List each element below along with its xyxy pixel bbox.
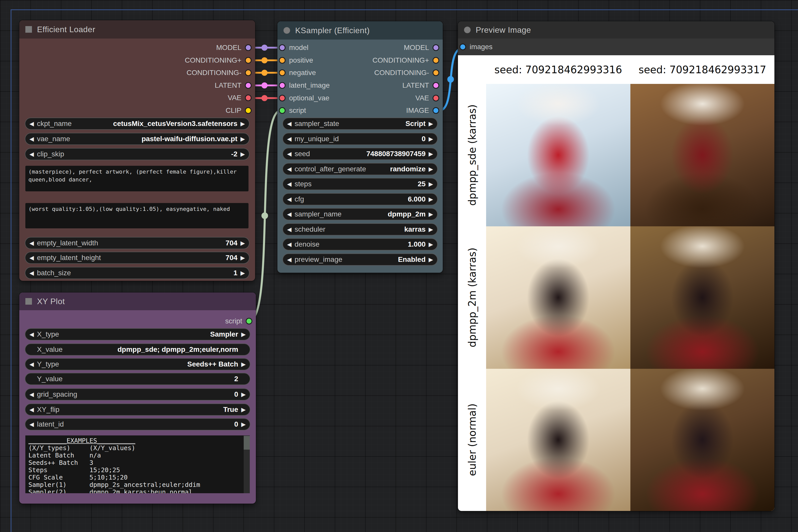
widget-steps[interactable]: ◀ steps 25 ▶ bbox=[282, 178, 438, 190]
increment-arrow-icon[interactable]: ▶ bbox=[429, 181, 433, 187]
examples-help-textbox[interactable]: __________EXAMPLES__________ (X/Y_types)… bbox=[25, 435, 250, 493]
scrollbar-thumb[interactable] bbox=[244, 436, 250, 450]
widget-my-unique-id[interactable]: ◀ my_unique_id 0 ▶ bbox=[282, 133, 438, 145]
decrement-arrow-icon[interactable]: ◀ bbox=[287, 227, 292, 232]
comfyui-canvas[interactable]: { "canvas": { "background": "#212224", "… bbox=[0, 0, 798, 532]
node-efficient-loader[interactable]: Efficient Loader MODEL CONDITIONING+ CON… bbox=[19, 20, 255, 281]
decrement-arrow-icon[interactable]: ◀ bbox=[30, 270, 34, 276]
increment-arrow-icon[interactable]: ▶ bbox=[429, 211, 433, 217]
node-header[interactable]: XY Plot bbox=[19, 292, 256, 310]
decrement-arrow-icon[interactable]: ◀ bbox=[287, 136, 292, 142]
port-in-model[interactable]: model bbox=[279, 41, 308, 54]
negative-prompt-textarea[interactable]: (worst quality:1.05),(low quality:1.05),… bbox=[25, 203, 248, 228]
increment-arrow-icon[interactable]: ▶ bbox=[429, 257, 433, 263]
port-dot-script[interactable] bbox=[246, 318, 252, 324]
port-dot-clip[interactable] bbox=[245, 107, 252, 114]
decrement-arrow-icon[interactable]: ◀ bbox=[287, 181, 292, 187]
widget-xy-flip[interactable]: ◀ XY_flip True ▶ bbox=[25, 403, 250, 416]
decrement-arrow-icon[interactable]: ◀ bbox=[287, 151, 292, 157]
node-xy-plot[interactable]: XY Plot script ◀ X_type Sampler ▶ ◀ X_va… bbox=[19, 292, 256, 504]
port-out-vae[interactable]: VAE bbox=[228, 92, 252, 104]
collapse-icon[interactable] bbox=[464, 26, 471, 33]
decrement-arrow-icon[interactable]: ◀ bbox=[287, 121, 292, 127]
increment-arrow-icon[interactable]: ▶ bbox=[429, 136, 433, 142]
port-dot-model[interactable] bbox=[279, 44, 285, 51]
decrement-arrow-icon[interactable]: ◀ bbox=[287, 166, 292, 172]
port-dot-latent-image[interactable] bbox=[279, 82, 285, 89]
port-dot-vae[interactable] bbox=[245, 95, 252, 101]
port-dot-conditioning-minus[interactable] bbox=[432, 70, 439, 76]
widget-seed[interactable]: ◀ seed 748808738907459 ▶ bbox=[282, 148, 438, 160]
decrement-arrow-icon[interactable]: ◀ bbox=[30, 240, 34, 246]
widget-clip-skip[interactable]: ◀ clip_skip -2 ▶ bbox=[25, 148, 249, 160]
decrement-arrow-icon[interactable]: ◀ bbox=[287, 257, 292, 263]
widget-control-after-generate[interactable]: ◀ control_after_generate randomize ▶ bbox=[282, 163, 438, 175]
port-dot-latent[interactable] bbox=[245, 82, 252, 89]
widget-empty-latent-height[interactable]: ◀ empty_latent_height 704 ▶ bbox=[25, 252, 249, 264]
port-out-model[interactable]: MODEL bbox=[404, 41, 439, 54]
increment-arrow-icon[interactable]: ▶ bbox=[240, 136, 245, 142]
node-ksampler-efficient[interactable]: KSampler (Efficient) model positive nega… bbox=[277, 21, 443, 273]
collapse-icon[interactable] bbox=[25, 298, 32, 305]
port-out-conditioning-plus[interactable]: CONDITIONING+ bbox=[185, 54, 252, 66]
port-dot-negative[interactable] bbox=[279, 70, 285, 76]
node-header[interactable]: Preview Image bbox=[458, 21, 775, 39]
increment-arrow-icon[interactable]: ▶ bbox=[240, 270, 245, 276]
decrement-arrow-icon[interactable]: ◀ bbox=[287, 196, 292, 202]
increment-arrow-icon[interactable]: ▶ bbox=[429, 166, 433, 172]
port-out-image[interactable]: IMAGE bbox=[406, 104, 439, 117]
increment-arrow-icon[interactable]: ▶ bbox=[429, 121, 433, 127]
increment-arrow-icon[interactable]: ▶ bbox=[241, 407, 246, 413]
widget-sampler-state[interactable]: ◀ sampler_state Script ▶ bbox=[282, 118, 438, 130]
decrement-arrow-icon[interactable]: ◀ bbox=[30, 151, 34, 157]
port-dot-positive[interactable] bbox=[279, 57, 285, 64]
decrement-arrow-icon[interactable]: ◀ bbox=[287, 211, 292, 217]
widget-cfg[interactable]: ◀ cfg 6.000 ▶ bbox=[282, 193, 438, 205]
port-out-latent[interactable]: LATENT bbox=[215, 79, 252, 92]
port-out-model[interactable]: MODEL bbox=[216, 41, 252, 54]
port-in-latent-image[interactable]: latent_image bbox=[279, 79, 330, 92]
port-in-optional-vae[interactable]: optional_vae bbox=[279, 92, 329, 104]
widget-y-type[interactable]: ◀ Y_type Seeds++ Batch ▶ bbox=[25, 358, 250, 370]
increment-arrow-icon[interactable]: ▶ bbox=[240, 255, 245, 261]
port-out-latent[interactable]: LATENT bbox=[403, 79, 439, 92]
port-dot-model[interactable] bbox=[432, 44, 439, 51]
port-dot-script[interactable] bbox=[279, 107, 285, 114]
port-out-clip[interactable]: CLIP bbox=[226, 104, 252, 117]
widget-vae-name[interactable]: ◀ vae_name pastel-waifu-diffusion.vae.pt… bbox=[25, 133, 249, 145]
collapse-icon[interactable] bbox=[25, 26, 32, 33]
widget-ckpt-name[interactable]: ◀ ckpt_name cetusMix_cetusVersion3.safet… bbox=[25, 118, 249, 130]
decrement-arrow-icon[interactable]: ◀ bbox=[30, 121, 34, 127]
port-in-script[interactable]: script bbox=[279, 104, 306, 117]
decrement-arrow-icon[interactable]: ◀ bbox=[30, 361, 34, 367]
widget-denoise[interactable]: ◀ denoise 1.000 ▶ bbox=[282, 238, 438, 250]
increment-arrow-icon[interactable]: ▶ bbox=[429, 242, 433, 247]
widget-grid-spacing[interactable]: ◀ grid_spacing 0 ▶ bbox=[25, 388, 250, 400]
port-in-positive[interactable]: positive bbox=[279, 54, 313, 66]
widget-y-value[interactable]: ◀ Y_value 2 ▶ bbox=[25, 373, 250, 385]
increment-arrow-icon[interactable]: ▶ bbox=[429, 151, 433, 157]
increment-arrow-icon[interactable]: ▶ bbox=[240, 151, 245, 157]
port-dot-images[interactable] bbox=[460, 43, 466, 50]
scrollbar-track[interactable] bbox=[244, 435, 250, 493]
port-dot-model[interactable] bbox=[245, 44, 252, 51]
port-dot-conditioning-plus[interactable] bbox=[432, 57, 439, 64]
node-header[interactable]: Efficient Loader bbox=[19, 20, 255, 39]
port-out-conditioning-minus[interactable]: CONDITIONING- bbox=[187, 66, 252, 79]
increment-arrow-icon[interactable]: ▶ bbox=[429, 227, 433, 232]
widget-sampler-name[interactable]: ◀ sampler_name dpmpp_2m ▶ bbox=[282, 208, 438, 220]
increment-arrow-icon[interactable]: ▶ bbox=[240, 121, 245, 127]
increment-arrow-icon[interactable]: ▶ bbox=[241, 421, 246, 427]
widget-empty-latent-width[interactable]: ◀ empty_latent_width 704 ▶ bbox=[25, 237, 249, 249]
widget-preview-image[interactable]: ◀ preview_image Enabled ▶ bbox=[282, 253, 438, 266]
port-in-negative[interactable]: negative bbox=[279, 66, 316, 79]
widget-x-type[interactable]: ◀ X_type Sampler ▶ bbox=[25, 328, 250, 340]
positive-prompt-textarea[interactable]: (masterpiece), perfect artwork, (perfect… bbox=[25, 166, 248, 191]
node-preview-image[interactable]: Preview Image images seed: 7092184629933… bbox=[458, 21, 775, 511]
port-dot-conditioning-minus[interactable] bbox=[245, 70, 252, 76]
increment-arrow-icon[interactable]: ▶ bbox=[429, 196, 433, 202]
port-in-images[interactable]: images bbox=[460, 41, 493, 53]
increment-arrow-icon[interactable]: ▶ bbox=[241, 361, 246, 367]
decrement-arrow-icon[interactable]: ◀ bbox=[30, 407, 34, 413]
widget-x-value[interactable]: ◀ X_value dpmpp_sde; dpmpp_2m;euler,norm… bbox=[25, 343, 250, 356]
